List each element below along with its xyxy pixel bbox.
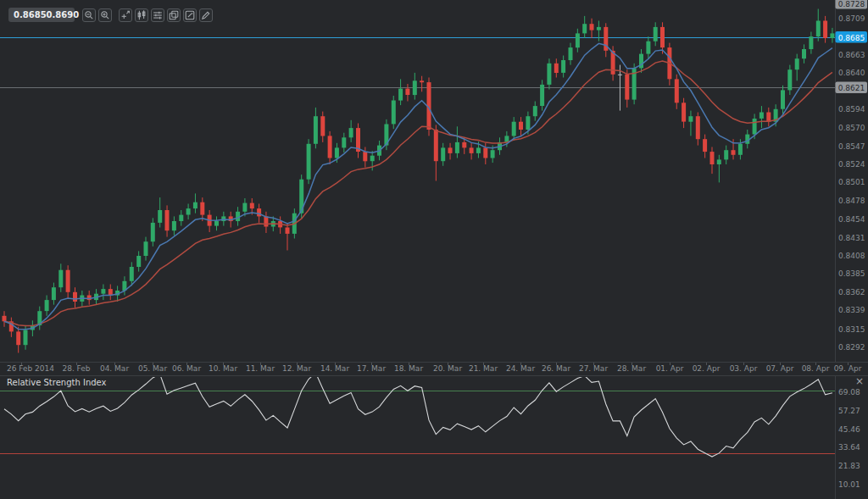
price-quote-widget[interactable]: 0.8685 0.8690: [8, 8, 75, 22]
price-marker-badge: 0.8728: [836, 0, 868, 9]
candlestick-chart-icon: [136, 9, 147, 21]
chart-toolbar: 0.8685 0.8690: [8, 8, 213, 22]
time-tick-label: 14. Mar: [320, 364, 349, 373]
price-tick-label: 0.8385: [838, 269, 865, 278]
price-tick-label: 0.8431: [838, 234, 865, 242]
rsi-panel-title: Relative Strength Index: [7, 378, 106, 387]
price-tick-label: 0.8478: [838, 197, 865, 205]
close-icon[interactable]: ×: [853, 375, 866, 387]
price-tick-label: 0.8501: [838, 178, 865, 186]
zoom-in-button[interactable]: [98, 8, 112, 22]
time-tick-label: 11. Mar: [246, 364, 275, 373]
time-tick-label: 12. Mar: [282, 364, 311, 373]
price-tick-label: 0.8454: [838, 215, 865, 224]
time-tick-label: 21. Mar: [469, 364, 498, 373]
time-tick-label: 27. Mar: [579, 364, 608, 373]
time-tick-label: 26. Mar: [542, 364, 570, 373]
time-tick-label: 09. Apr: [834, 364, 862, 373]
indicator-settings-icon: [152, 9, 164, 21]
toolbar-buttons: [75, 8, 213, 22]
sell-price[interactable]: 0.8685: [14, 10, 47, 19]
time-tick-label: 08. Apr: [802, 364, 830, 373]
price-marker-badge: 0.8621: [836, 82, 868, 94]
price-badge-label: 0.8685: [838, 34, 865, 42]
time-tick-label: 24. Mar: [506, 364, 535, 373]
overlay-icon: [168, 9, 180, 21]
trading-chart-app: 26 Feb 201428. Feb04. Mar05. Mar06. Mar1…: [0, 0, 868, 499]
time-tick-label: 26 Feb 2014: [7, 364, 54, 373]
time-tick-label: 10. Mar: [209, 364, 237, 373]
edit-note-icon: [184, 9, 196, 21]
time-tick-label: 06. Mar: [172, 364, 201, 373]
price-tick-label: 0.8408: [838, 252, 865, 260]
time-tick-label: 01. Apr: [656, 364, 684, 373]
price-tick-label: 0.8547: [838, 142, 865, 151]
candle-up[interactable]: [632, 64, 637, 104]
rsi-tick-label: 57.27: [838, 407, 860, 415]
price-tick-label: 0.8292: [838, 343, 865, 352]
price-tick-label: 0.8315: [838, 325, 865, 334]
price-tick-label: 0.8663: [838, 51, 865, 59]
time-tick-label: 18. Mar: [394, 364, 423, 373]
draw-button[interactable]: [199, 8, 213, 22]
rsi-tick-label: 69.08: [838, 388, 860, 396]
time-tick-label: 28. Mar: [617, 364, 646, 373]
overlay-button[interactable]: [167, 8, 181, 22]
price-tick-label: 0.8640: [838, 69, 865, 77]
candlestick-chart-button[interactable]: [135, 8, 148, 22]
time-tick-label: 04. Mar: [100, 364, 129, 373]
time-tick-label: 05. Mar: [138, 364, 167, 373]
time-tick-label: 02. Apr: [693, 364, 721, 373]
rsi-tick-label: 45.46: [838, 425, 860, 434]
price-tick-label: 0.8362: [838, 288, 865, 297]
candle-up[interactable]: [392, 96, 396, 129]
rsi-tick-label: 21.83: [838, 462, 860, 470]
rsi-tick-label: 33.64: [838, 443, 860, 452]
chart-canvas[interactable]: 26 Feb 201428. Feb04. Mar05. Mar06. Mar1…: [0, 0, 868, 499]
price-tick-label: 0.8570: [838, 124, 865, 132]
time-tick-label: 07. Apr: [766, 364, 794, 373]
price-tick-label: 0.8524: [838, 160, 865, 169]
time-tick-label: 20. Mar: [433, 364, 462, 373]
zoom-out-icon: [83, 9, 95, 21]
draw-icon: [200, 9, 212, 21]
candle-up[interactable]: [307, 139, 311, 184]
price-badge-label: 0.8621: [838, 84, 865, 92]
price-tick-label: 0.8339: [838, 306, 865, 314]
scale-to-fit-icon: [120, 9, 131, 21]
price-badge-label: 0.8728: [838, 0, 865, 8]
time-tick-label: 28. Feb: [62, 364, 90, 373]
current-price-badge: 0.8685: [836, 31, 868, 43]
edit-note-button[interactable]: [183, 8, 197, 22]
time-tick-label: 03. Apr: [730, 364, 758, 373]
rsi-tick-label: 10.01: [838, 480, 860, 489]
scale-to-fit-button[interactable]: [119, 8, 132, 22]
price-tick-label: 0.8709: [838, 14, 865, 23]
chart-background: [0, 0, 868, 499]
zoom-in-icon: [99, 9, 111, 21]
price-tick-label: 0.8594: [838, 105, 865, 114]
zoom-out-button[interactable]: [82, 8, 96, 22]
indicator-settings-button[interactable]: [151, 8, 164, 22]
time-tick-label: 17. Mar: [357, 364, 386, 373]
